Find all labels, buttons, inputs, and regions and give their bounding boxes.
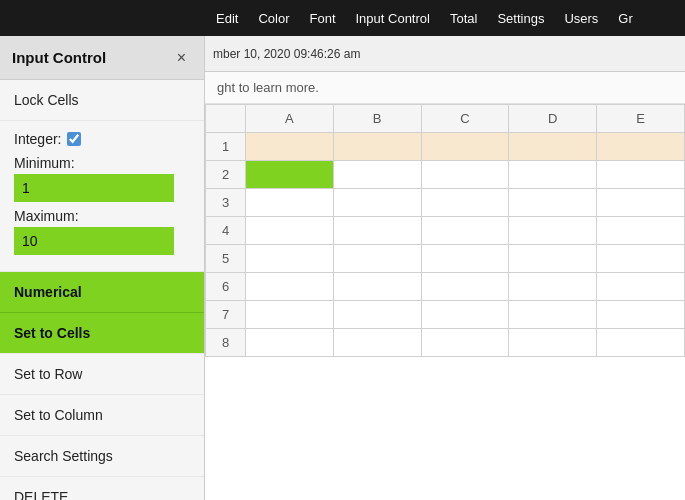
row-num-5: 5 — [206, 245, 246, 273]
menu-color[interactable]: Color — [250, 7, 297, 30]
toolbar-area: mber 10, 2020 09:46:26 am — [205, 36, 685, 72]
col-header-c: C — [421, 105, 509, 133]
maximum-label: Maximum: — [14, 208, 190, 224]
spreadsheet-info: ght to learn more. — [205, 72, 685, 104]
row-num-4: 4 — [206, 217, 246, 245]
col-header-a: A — [246, 105, 334, 133]
cell-5d[interactable] — [509, 245, 597, 273]
minimum-group: Minimum: — [14, 155, 190, 202]
cell-8a[interactable] — [246, 329, 334, 357]
menu-total[interactable]: Total — [442, 7, 485, 30]
cell-6c[interactable] — [421, 273, 509, 301]
col-header-e: E — [597, 105, 685, 133]
table-row: 4 — [206, 217, 685, 245]
menu-settings[interactable]: Settings — [489, 7, 552, 30]
row-num-8: 8 — [206, 329, 246, 357]
row-num-7: 7 — [206, 301, 246, 329]
menu-edit[interactable]: Edit — [208, 7, 246, 30]
cell-3b[interactable] — [333, 189, 421, 217]
sidebar-form: Integer: Minimum: Maximum: — [0, 121, 204, 272]
cell-5a[interactable] — [246, 245, 334, 273]
col-header-d: D — [509, 105, 597, 133]
col-header-b: B — [333, 105, 421, 133]
cell-7d[interactable] — [509, 301, 597, 329]
maximum-input[interactable] — [14, 227, 174, 255]
cell-1e[interactable] — [597, 133, 685, 161]
menu-bar: Edit Color Font Input Control Total Sett… — [0, 0, 685, 36]
cell-8c[interactable] — [421, 329, 509, 357]
cell-4c[interactable] — [421, 217, 509, 245]
table-row: 1 — [206, 133, 685, 161]
menu-font[interactable]: Font — [301, 7, 343, 30]
cell-6a[interactable] — [246, 273, 334, 301]
sidebar: Input Control × Lock Cells Integer: Mini… — [0, 36, 205, 500]
maximum-group: Maximum: — [14, 208, 190, 255]
cell-1a[interactable] — [246, 133, 334, 161]
info-text: ght to learn more. — [217, 80, 319, 95]
cell-7b[interactable] — [333, 301, 421, 329]
cell-2e[interactable] — [597, 161, 685, 189]
integer-label: Integer: — [14, 131, 61, 147]
content-area: Input Control × Lock Cells Integer: Mini… — [0, 36, 685, 500]
column-headers: A B C D E — [206, 105, 685, 133]
sidebar-item-search-settings[interactable]: Search Settings — [0, 436, 204, 477]
menu-input-control[interactable]: Input Control — [348, 7, 438, 30]
menu-bar-items: Edit Color Font Input Control Total Sett… — [208, 7, 641, 30]
table-row: 2 — [206, 161, 685, 189]
sidebar-item-numerical[interactable]: Numerical — [0, 272, 204, 313]
cell-8d[interactable] — [509, 329, 597, 357]
cell-7e[interactable] — [597, 301, 685, 329]
app-container: Edit Color Font Input Control Total Sett… — [0, 0, 685, 500]
cell-3c[interactable] — [421, 189, 509, 217]
cell-4d[interactable] — [509, 217, 597, 245]
menu-gr[interactable]: Gr — [610, 7, 640, 30]
sidebar-content: Lock Cells Integer: Minimum: Maximum: — [0, 80, 204, 500]
cell-4e[interactable] — [597, 217, 685, 245]
cell-8e[interactable] — [597, 329, 685, 357]
cell-1b[interactable] — [333, 133, 421, 161]
table-row: 6 — [206, 273, 685, 301]
spreadsheet-table: A B C D E 1 — [205, 104, 685, 357]
cell-2c[interactable] — [421, 161, 509, 189]
cell-3d[interactable] — [509, 189, 597, 217]
cell-5b[interactable] — [333, 245, 421, 273]
cell-8b[interactable] — [333, 329, 421, 357]
main-area: mber 10, 2020 09:46:26 am ght to learn m… — [205, 36, 685, 500]
row-num-2: 2 — [206, 161, 246, 189]
cell-2d[interactable] — [509, 161, 597, 189]
cell-2b[interactable] — [333, 161, 421, 189]
timestamp: mber 10, 2020 09:46:26 am — [213, 47, 360, 61]
integer-checkbox[interactable] — [67, 132, 81, 146]
cell-6d[interactable] — [509, 273, 597, 301]
sidebar-header: Input Control × — [0, 36, 204, 80]
cell-6e[interactable] — [597, 273, 685, 301]
corner-cell — [206, 105, 246, 133]
cell-5e[interactable] — [597, 245, 685, 273]
cell-7a[interactable] — [246, 301, 334, 329]
sidebar-item-lock-cells[interactable]: Lock Cells — [0, 80, 204, 121]
cell-5c[interactable] — [421, 245, 509, 273]
close-button[interactable]: × — [171, 47, 192, 69]
cell-1c[interactable] — [421, 133, 509, 161]
cell-7c[interactable] — [421, 301, 509, 329]
sidebar-item-delete[interactable]: DELETE — [0, 477, 204, 500]
table-row: 7 — [206, 301, 685, 329]
cell-4b[interactable] — [333, 217, 421, 245]
row-num-6: 6 — [206, 273, 246, 301]
row-num-1: 1 — [206, 133, 246, 161]
sidebar-item-set-to-row[interactable]: Set to Row — [0, 354, 204, 395]
minimum-input[interactable] — [14, 174, 174, 202]
cell-6b[interactable] — [333, 273, 421, 301]
cell-3e[interactable] — [597, 189, 685, 217]
minimum-label: Minimum: — [14, 155, 190, 171]
cell-3a[interactable] — [246, 189, 334, 217]
menu-users[interactable]: Users — [556, 7, 606, 30]
row-num-3: 3 — [206, 189, 246, 217]
cell-2a-green[interactable] — [246, 161, 334, 189]
integer-row: Integer: — [14, 131, 190, 147]
sidebar-item-set-to-column[interactable]: Set to Column — [0, 395, 204, 436]
cell-1d[interactable] — [509, 133, 597, 161]
cell-4a[interactable] — [246, 217, 334, 245]
sidebar-item-set-to-cells[interactable]: Set to Cells — [0, 313, 204, 354]
spreadsheet-container[interactable]: A B C D E 1 — [205, 104, 685, 500]
